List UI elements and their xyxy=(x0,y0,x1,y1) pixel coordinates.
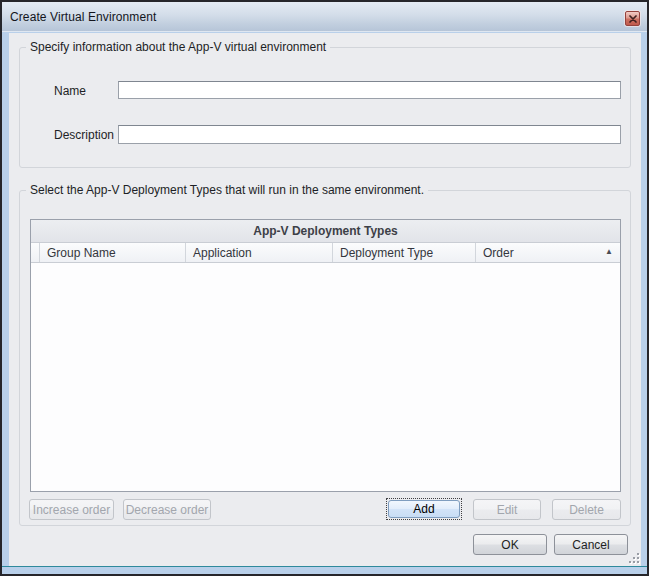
edit-button[interactable]: Edit xyxy=(473,499,541,520)
cancel-button[interactable]: Cancel xyxy=(554,534,628,555)
increase-order-button[interactable]: Increase order xyxy=(29,499,114,520)
create-virtual-environment-dialog: Create Virtual Environment Specify infor… xyxy=(0,0,649,576)
name-input[interactable] xyxy=(118,81,621,99)
close-button[interactable] xyxy=(625,11,640,26)
add-button-label: Add xyxy=(388,500,460,518)
titlebar[interactable]: Create Virtual Environment xyxy=(2,2,647,32)
deployment-group-label: Select the App-V Deployment Types that w… xyxy=(26,184,428,197)
column-header-deployment-type[interactable]: Deployment Type xyxy=(333,243,476,262)
info-group-label: Specify information about the App-V virt… xyxy=(26,41,330,54)
close-icon xyxy=(629,11,637,26)
column-header-group-name[interactable]: Group Name xyxy=(40,243,186,262)
decrease-order-button[interactable]: Decrease order xyxy=(123,499,211,520)
deployment-types-table: App-V Deployment Types Group Name Applic… xyxy=(30,219,621,492)
dialog-body: Specify information about the App-V virt… xyxy=(9,33,641,566)
table-body[interactable] xyxy=(31,263,620,491)
column-header-order[interactable]: Order ▲ xyxy=(476,243,620,262)
table-title: App-V Deployment Types xyxy=(31,220,620,243)
description-input[interactable] xyxy=(118,125,621,144)
column-header-order-label: Order xyxy=(483,246,514,260)
column-header-select[interactable] xyxy=(31,243,40,262)
description-label: Description xyxy=(54,128,114,142)
resize-grip-icon[interactable] xyxy=(629,551,641,563)
name-label: Name xyxy=(54,84,86,98)
info-groupbox: Specify information about the App-V virt… xyxy=(19,47,631,168)
column-header-application[interactable]: Application xyxy=(186,243,333,262)
sort-ascending-icon: ▲ xyxy=(605,248,613,256)
delete-button[interactable]: Delete xyxy=(552,499,621,520)
frame-accent-line xyxy=(2,566,647,567)
ok-button[interactable]: OK xyxy=(473,534,547,555)
add-button[interactable]: Add xyxy=(386,498,462,520)
window-title: Create Virtual Environment xyxy=(10,10,156,24)
column-header-row: Group Name Application Deployment Type O… xyxy=(31,243,620,263)
